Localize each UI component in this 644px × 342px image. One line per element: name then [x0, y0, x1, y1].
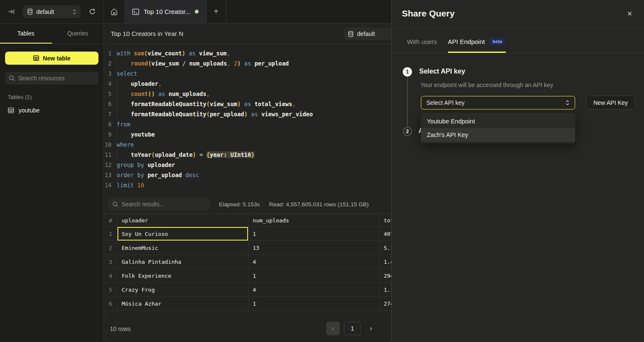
selected-cell[interactable]: Soy Un Curioso: [117, 227, 248, 241]
tab-with-users-label: With users: [407, 38, 437, 45]
table-cell[interactable]: 274: [379, 297, 391, 310]
column-header[interactable]: total_views: [379, 214, 391, 227]
code-line[interactable]: 3select: [104, 68, 391, 79]
share-query-panel: Share Query × With users API Endpoint be…: [391, 0, 644, 342]
database-icon: [27, 8, 33, 15]
table-cell[interactable]: 13: [248, 241, 379, 254]
table-row: 4Folk Experience1294: [104, 269, 391, 283]
code-line[interactable]: 7 formatReadableQuantity(per_upload) as …: [104, 109, 391, 119]
line-number: 13: [104, 170, 117, 180]
code-text: where: [117, 140, 134, 150]
code-line[interactable]: 6 formatReadableQuantity(view_sum) as to…: [104, 99, 391, 109]
app-window: default Top 10 Creator... +: [0, 0, 644, 342]
column-header[interactable]: uploader: [117, 214, 248, 227]
table-cell[interactable]: [248, 311, 379, 316]
table-row: 6Música Azhar1274: [104, 297, 391, 311]
table-cell[interactable]: 4: [248, 255, 379, 268]
table-cell[interactable]: 1.1: [379, 283, 391, 296]
code-line[interactable]: 12group by uploader: [104, 160, 391, 170]
editor-database-select-value: default: [357, 30, 375, 37]
tab-with-users[interactable]: With users: [407, 38, 437, 53]
table-cell[interactable]: 294: [379, 269, 391, 282]
table-cell[interactable]: 1: [248, 269, 379, 282]
api-key-select-value: Select API key: [426, 99, 464, 106]
main-area: Top 10 Creators in Year N default 1with …: [104, 24, 391, 342]
table-cell[interactable]: 5.1: [379, 241, 391, 254]
table-header-row: #uploadernum_uploadstotal_views: [104, 214, 391, 227]
code-text: round(view_sum / num_uploads, 2) as per_…: [117, 58, 289, 68]
line-number: 12: [104, 160, 117, 170]
table-cell[interactable]: 1.4: [379, 255, 391, 268]
table-cell[interactable]: 1: [248, 227, 379, 241]
resource-search[interactable]: [5, 72, 98, 85]
table-cell[interactable]: [117, 311, 248, 316]
tables-section-label: Tables (1): [8, 94, 96, 100]
table-cell[interactable]: Folk Experience: [117, 269, 248, 282]
read-stat: Read: 4,557,605,031 rows (151.15 GB): [269, 201, 369, 208]
table-cell[interactable]: 1: [248, 297, 379, 310]
table-cell[interactable]: Galinha Pintadinha: [117, 255, 248, 268]
prev-page-icon[interactable]: ‹: [326, 322, 340, 335]
sql-editor[interactable]: 1with sum(view_count) as view_sum,2 roun…: [104, 44, 391, 194]
tab-api-endpoint[interactable]: API Endpoint beta: [448, 38, 506, 53]
resource-search-input[interactable]: [18, 75, 95, 82]
table-row: 2EminemMusic135.1: [104, 241, 391, 255]
column-header[interactable]: num_uploads: [248, 214, 379, 227]
api-key-option[interactable]: Youtube Endpoint: [421, 115, 575, 128]
home-icon[interactable]: [104, 0, 124, 23]
results-footer: 10 rows ‹ 1 ›: [104, 316, 391, 341]
topbar-left: default: [0, 0, 104, 23]
new-api-key-button[interactable]: New API Key: [586, 96, 635, 109]
table-cell[interactable]: 407: [379, 227, 391, 241]
code-line[interactable]: 2 round(view_sum / num_uploads, 2) as pe…: [104, 58, 391, 68]
close-icon[interactable]: ×: [627, 9, 632, 18]
new-tab-button[interactable]: +: [207, 0, 226, 23]
next-page-icon[interactable]: ›: [365, 322, 377, 335]
tab-strip: Top 10 Creator... +: [104, 0, 226, 23]
row-number: 6: [104, 297, 117, 310]
table-cell[interactable]: 4: [248, 283, 379, 296]
pagination: ‹ 1 ›: [326, 322, 377, 335]
current-page-button[interactable]: 1: [344, 322, 361, 335]
code-line[interactable]: 4 uploader,: [104, 79, 391, 89]
code-line[interactable]: 13order by per_upload desc: [104, 170, 391, 180]
code-line[interactable]: 8from: [104, 119, 391, 129]
table-cell[interactable]: [379, 311, 391, 316]
line-number: 9: [104, 129, 117, 140]
results-table: #uploadernum_uploadstotal_views1Soy Un C…: [104, 214, 391, 316]
code-line[interactable]: 11 toYear(upload_date) = {year: UInt16}: [104, 150, 391, 160]
table-cell[interactable]: Crazy Frog: [117, 283, 248, 296]
topbar: default Top 10 Creator... +: [0, 0, 391, 24]
chevron-up-down-icon: [72, 9, 76, 15]
elapsed-stat: Elapsed: 5.153s: [219, 201, 260, 208]
new-table-button[interactable]: New table: [5, 52, 98, 65]
column-header[interactable]: #: [104, 214, 117, 227]
tab-tables[interactable]: Tables: [0, 24, 52, 44]
sidebar-tabs: Tables Queries: [0, 24, 104, 44]
collapse-sidebar-icon[interactable]: [6, 6, 17, 17]
code-text: with sum(view_count) as view_sum,: [117, 48, 230, 58]
table-cell[interactable]: EminemMusic: [117, 241, 248, 254]
results-search[interactable]: [108, 198, 210, 211]
code-line[interactable]: 14limit 10: [104, 180, 391, 190]
line-number: 5: [104, 89, 117, 99]
code-line[interactable]: 1with sum(view_count) as view_sum,: [104, 48, 391, 58]
code-line[interactable]: 5 count() as num_uploads,: [104, 89, 391, 99]
database-select[interactable]: default: [23, 5, 81, 18]
row-number: 5: [104, 283, 117, 296]
step-connector-line: [407, 77, 408, 126]
results-search-input[interactable]: [122, 201, 205, 208]
code-line[interactable]: 9 youtube: [104, 129, 391, 140]
code-text: select: [117, 68, 137, 79]
table-item[interactable]: youtube: [5, 104, 98, 116]
api-key-option[interactable]: Zach's API Key: [421, 128, 575, 142]
api-key-select[interactable]: Select API key: [421, 96, 575, 109]
rows-count: 10 rows: [110, 326, 131, 332]
table-cell[interactable]: Música Azhar: [117, 297, 248, 310]
code-line[interactable]: 10where: [104, 140, 391, 150]
tab-queries[interactable]: Queries: [52, 24, 104, 44]
refresh-icon[interactable]: [87, 6, 98, 17]
editor-database-select[interactable]: default: [344, 27, 391, 40]
query-tab[interactable]: Top 10 Creator...: [124, 0, 207, 23]
database-icon: [348, 31, 354, 37]
